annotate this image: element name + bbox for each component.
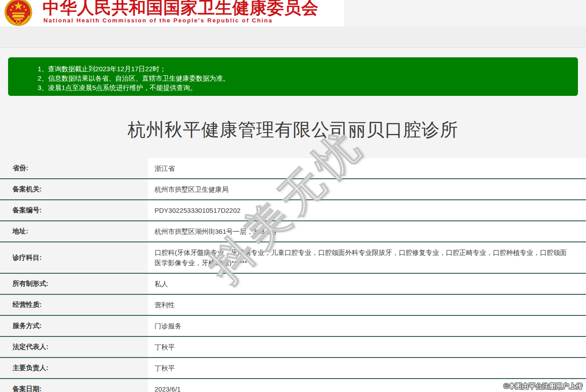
- table-row-main-person-in-charge: 主要负责人: 丁秋平: [0, 358, 586, 379]
- row-label: 主要负责人:: [0, 358, 148, 378]
- row-label: 省份:: [0, 158, 148, 178]
- row-label: 诊疗科目:: [0, 242, 148, 273]
- table-row-address: 地址: 杭州市拱墅区湖州街361号一层，363-2号: [0, 221, 586, 242]
- table-row-service-mode: 服务方式: 门诊服务: [0, 316, 586, 337]
- notice-line-3: 3、凌晨1点至凌晨5点系统进行维护，不能提供查询。: [38, 83, 569, 92]
- row-value: 门诊服务: [148, 316, 586, 336]
- row-label: 所有制形式:: [0, 274, 148, 294]
- row-value: 丁秋平: [148, 358, 586, 378]
- table-row-filing-number: 备案编号: PDY30225333010517D2202: [0, 200, 586, 221]
- table-row-treatment-subjects: 诊疗科目: 口腔科(牙体牙髓病专业，牙周病专业，儿童口腔专业，口腔颌面外科专业限…: [0, 242, 586, 274]
- table-row-filing-authority: 备案机关: 杭州市拱墅区卫生健康局: [0, 179, 586, 200]
- row-value: 杭州市拱墅区卫生健康局: [148, 179, 586, 199]
- notice-line-1: 1、查询数据截止到2023年12月17日22时；: [38, 64, 569, 73]
- row-value: 私人: [148, 274, 586, 294]
- header-background-band: [0, 26, 586, 48]
- row-label: 备案日期:: [0, 379, 148, 392]
- national-emblem-icon: [4, 0, 33, 26]
- row-value: 口腔科(牙体牙髓病专业，牙周病专业，儿童口腔专业，口腔颌面外科专业限拔牙，口腔修…: [148, 242, 586, 273]
- info-table: 省份: 浙江省 备案机关: 杭州市拱墅区卫生健康局 备案编号: PDY30225…: [0, 158, 586, 392]
- row-value: 营利性: [148, 295, 586, 315]
- row-label: 法定代表人:: [0, 337, 148, 357]
- header-title-chinese: 中华人民共和国国家卫生健康委员会: [43, 0, 319, 19]
- notice-line-2: 2、信息数据结果以各省、自治区、直辖市卫生健康委数据为准。: [38, 73, 569, 83]
- table-row-filing-date: 备案日期: 2023/6/1: [0, 379, 586, 392]
- row-label: 服务方式:: [0, 316, 148, 336]
- notice-box: 1、查询数据截止到2023年12月17日22时； 2、信息数据结果以各省、自治区…: [8, 57, 578, 96]
- table-row-province: 省份: 浙江省: [0, 158, 586, 179]
- header-title-english: National Health Commission of the People…: [43, 17, 273, 24]
- table-row-legal-representative: 法定代表人: 丁秋平: [0, 337, 586, 358]
- row-label: 备案编号:: [0, 200, 148, 220]
- row-label: 备案机关:: [0, 179, 148, 199]
- image-credit: ©本图由平台注册用户上传: [504, 382, 582, 391]
- row-label: 地址:: [0, 221, 148, 241]
- row-value: 浙江省: [148, 158, 586, 178]
- row-label: 经营性质:: [0, 295, 148, 315]
- row-value: 杭州市拱墅区湖州街361号一层，363-2号: [148, 221, 586, 241]
- row-value: 丁秋平: [148, 337, 586, 357]
- page-title: 杭州秋平健康管理有限公司丽贝口腔诊所: [0, 117, 586, 142]
- table-row-ownership-form: 所有制形式: 私人: [0, 274, 586, 295]
- site-header: 中华人民共和国国家卫生健康委员会 National Health Commiss…: [0, 0, 344, 26]
- table-row-business-nature: 经营性质: 营利性: [0, 295, 586, 316]
- row-value: PDY30225333010517D2202: [148, 200, 586, 220]
